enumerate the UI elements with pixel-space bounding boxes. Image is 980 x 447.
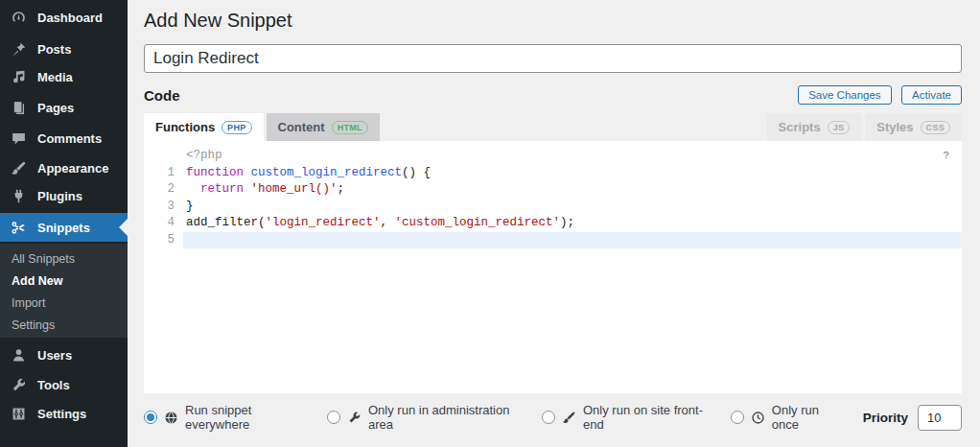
radio-once[interactable]: [731, 411, 744, 424]
active-menu-arrow: [119, 219, 128, 236]
sidebar-item-settings[interactable]: Settings: [0, 400, 128, 427]
line-number: 1: [144, 165, 183, 182]
sidebar-item-label: Comments: [37, 131, 102, 146]
wrench-icon: [11, 377, 27, 393]
radio-everywhere[interactable]: [144, 411, 157, 424]
snippet-scope-options: Run snippet everywhere Only run in admin…: [144, 403, 962, 432]
token: }: [186, 200, 194, 213]
scope-once-option[interactable]: Only run once: [731, 403, 838, 432]
code-text: add_filter('login_redirect', 'custom_log…: [183, 215, 962, 232]
user-icon: [11, 347, 27, 364]
code-line: 4 add_filter('login_redirect', 'custom_l…: [144, 215, 962, 232]
priority-label: Priority: [863, 411, 908, 425]
sidebar-item-posts[interactable]: Posts: [0, 35, 128, 62]
sidebar-item-label: Tools: [37, 378, 70, 392]
pushpin-icon: [11, 41, 27, 58]
activate-button[interactable]: Activate: [901, 85, 962, 105]
sidebar-item-users[interactable]: Users: [0, 341, 128, 368]
brush-icon: [11, 160, 27, 176]
submenu-item-all-snippets[interactable]: All Snippets: [0, 248, 128, 271]
code-text: }: [183, 199, 962, 216]
code-line-active: 5: [144, 232, 962, 249]
pages-icon: [11, 100, 27, 116]
code-lines: <?php 1 function custom_login_redirect()…: [144, 141, 962, 248]
tab-label: Content: [278, 120, 325, 134]
sidebar-item-label: Settings: [37, 407, 86, 421]
radio-admin[interactable]: [327, 411, 340, 424]
snippets-submenu: All Snippets Add New Import Settings: [0, 244, 128, 338]
code-preamble-line: <?php: [144, 148, 962, 165]
editor-help-icon[interactable]: ?: [943, 150, 949, 161]
radio-frontend[interactable]: [542, 411, 555, 424]
sidebar-item-snippets[interactable]: Snippets: [0, 213, 128, 242]
scissors-icon: [11, 220, 27, 236]
token: () {: [402, 166, 431, 179]
main-content: Add New Snippet Code Save Changes Activa…: [128, 0, 980, 447]
snippet-type-tabs: Functions PHP Content HTML Scripts JS St…: [144, 113, 962, 141]
media-icon: [11, 69, 27, 85]
sidebar-item-label: Plugins: [37, 189, 82, 203]
sidebar-item-tools[interactable]: Tools: [0, 371, 128, 398]
admin-sidebar: Dashboard Posts Media Pages Comments: [0, 0, 128, 447]
code-line: 2 return 'home_url()';: [144, 181, 962, 199]
sidebar-item-label: Snippets: [37, 221, 90, 235]
sidebar-item-dashboard[interactable]: Dashboard: [0, 4, 128, 31]
option-label: Only run on site front-end: [583, 403, 706, 432]
tab-label: Styles: [876, 120, 913, 134]
line-gutter: [144, 148, 183, 165]
token: 'login_redirect': [266, 216, 381, 229]
code-line: 3 }: [144, 199, 962, 216]
code-editor[interactable]: ? <?php 1 function custom_login_redirect…: [144, 141, 962, 393]
scope-admin-option[interactable]: Only run in administration area: [327, 403, 517, 432]
line-number: 3: [144, 199, 183, 216]
scope-frontend-option[interactable]: Only run on site front-end: [542, 403, 706, 432]
wrench-icon: [347, 410, 362, 425]
tab-functions[interactable]: Functions PHP: [144, 113, 264, 141]
token: [244, 166, 251, 179]
page-title: Add New Snippet: [144, 10, 962, 32]
code-heading: Code: [144, 87, 180, 104]
save-changes-button[interactable]: Save Changes: [798, 85, 891, 105]
token: [244, 182, 251, 196]
submenu-item-add-new[interactable]: Add New: [0, 271, 128, 293]
plug-icon: [11, 188, 27, 204]
submenu-item-import[interactable]: Import: [0, 293, 128, 315]
token: add_filter(: [186, 216, 266, 229]
priority-group: Priority: [863, 405, 962, 431]
code-text: return 'home_url()';: [183, 181, 962, 199]
sidebar-item-appearance[interactable]: Appearance: [0, 154, 128, 181]
sidebar-item-label: Dashboard: [37, 11, 103, 25]
tab-content[interactable]: Content HTML: [267, 113, 380, 141]
line-number: 2: [144, 181, 183, 199]
token: 'home_url()': [251, 182, 338, 196]
code-header-row: Code Save Changes Activate: [144, 85, 962, 105]
sidebar-item-label: Appearance: [37, 161, 108, 176]
sidebar-item-pages[interactable]: Pages: [0, 94, 128, 121]
token: function: [186, 166, 244, 179]
priority-input[interactable]: [918, 405, 962, 431]
submenu-item-settings[interactable]: Settings: [0, 315, 128, 337]
sidebar-item-plugins[interactable]: Plugins: [0, 182, 128, 209]
tab-label: Functions: [155, 120, 215, 134]
line-number: 5: [144, 232, 183, 249]
option-label: Only run in administration area: [368, 403, 517, 432]
sidebar-item-media[interactable]: Media: [0, 63, 128, 90]
scope-everywhere-option[interactable]: Run snippet everywhere: [144, 403, 302, 432]
dashboard-icon: [11, 10, 27, 26]
option-label: Only run once: [772, 403, 838, 432]
brush-icon: [562, 410, 576, 425]
clock-icon: [751, 410, 765, 425]
code-text: function custom_login_redirect() {: [183, 165, 962, 182]
snippet-title-input[interactable]: [144, 44, 962, 73]
css-badge: CSS: [921, 121, 950, 134]
sidebar-item-comments[interactable]: Comments: [0, 125, 128, 152]
js-badge: JS: [828, 121, 851, 134]
token: [186, 182, 200, 196]
token: 'custom_login_redirect': [395, 216, 561, 229]
option-label: Run snippet everywhere: [185, 403, 302, 432]
php-badge: PHP: [222, 121, 251, 134]
code-line: 1 function custom_login_redirect() {: [144, 165, 962, 182]
token: custom_login_redirect: [251, 166, 403, 179]
tab-styles: Styles CSS: [865, 113, 962, 141]
action-buttons: Save Changes Activate: [792, 85, 962, 105]
